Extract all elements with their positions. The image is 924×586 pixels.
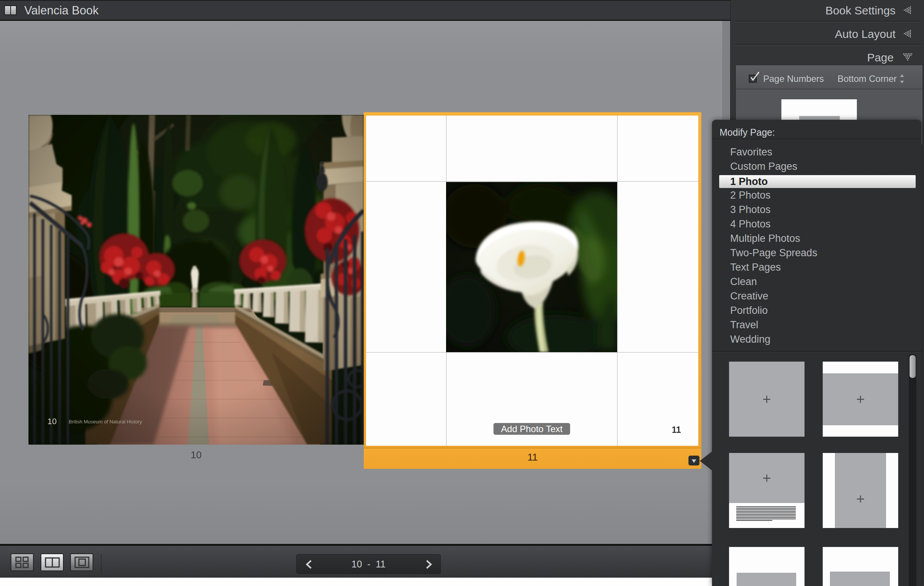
svg-text:10: 10 — [48, 416, 56, 426]
svg-text:British Museum of Natural Hist: British Museum of Natural History — [69, 419, 142, 425]
